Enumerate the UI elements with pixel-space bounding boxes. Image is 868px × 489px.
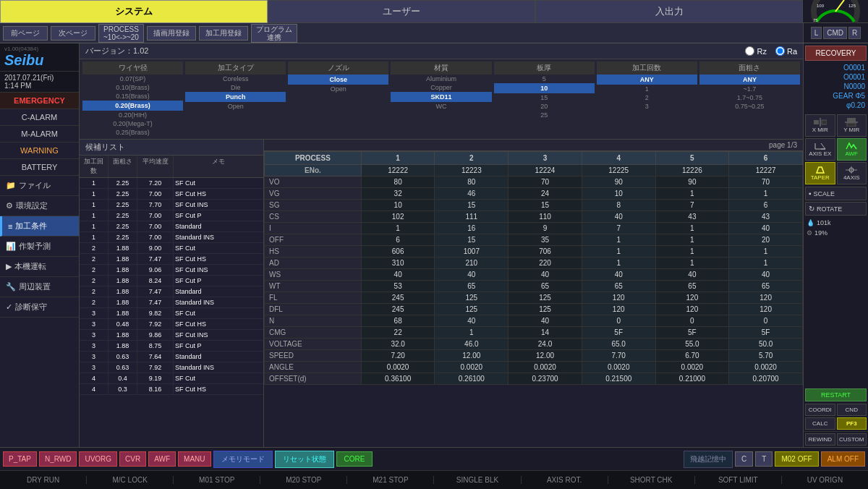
process-btn[interactable]: PROCESS ~10<->~20 [98, 24, 144, 43]
list-item[interactable]: 1 2.25 7.00 SF Cut P [80, 211, 263, 221]
list-item[interactable]: 4 0.4 9.19 SF Cut [80, 373, 263, 384]
scale-btn[interactable]: ▪ SCALE [805, 187, 867, 200]
uvorg-btn[interactable]: UVORG [79, 451, 117, 467]
filter-roughness-item-3[interactable]: 1.7~0.75 [699, 93, 800, 102]
filter-wire-item-4[interactable]: 0.20(Brass) [82, 101, 183, 111]
warning-btn[interactable]: WARNING [0, 143, 79, 159]
y-mir-btn[interactable]: Y MIR [837, 114, 867, 137]
awf-btn[interactable]: AWF [837, 138, 867, 161]
cvr-btn[interactable]: CVR [119, 451, 146, 467]
filter-type-item-3[interactable]: Punch [185, 92, 286, 102]
status-short-chk[interactable]: SHORT CHK [608, 476, 695, 484]
filter-thickness-item-3[interactable]: 15 [494, 93, 595, 102]
filter-roughness-item-4[interactable]: 0.75~0.25 [699, 102, 800, 111]
rotate-btn[interactable]: ↻ ROTATE [805, 202, 867, 216]
filter-type-item-2[interactable]: Die [185, 83, 286, 92]
custom-btn[interactable]: CUSTOM [837, 433, 867, 446]
list-item[interactable]: 4 0.3 8.16 SF Cut HS [80, 384, 263, 395]
rz-option[interactable]: Rz [745, 46, 766, 56]
list-item[interactable]: 3 1.88 9.86 SF Cut INS [80, 330, 263, 341]
filter-material-item-1[interactable]: Aluminium [391, 75, 491, 83]
list-item[interactable]: 2 1.88 9.06 SF Cut INS [80, 265, 263, 276]
manu-btn[interactable]: MANU [178, 451, 210, 467]
cmd-btn[interactable]: CMD [823, 27, 847, 39]
nav-diagnostics[interactable]: ✓ 診断保守 [0, 297, 79, 318]
filter-material-item-4[interactable]: WC [391, 102, 491, 111]
m02-off-btn[interactable]: M02 OFF [775, 451, 818, 467]
p-tap-btn[interactable]: P_TAP [3, 451, 37, 467]
filter-wire-item-2[interactable]: 0.10(Brass) [82, 83, 183, 92]
list-item[interactable]: 3 0.63 7.92 Standard INS [80, 362, 263, 373]
restart-btn[interactable]: RESTART [805, 388, 867, 401]
filter-count-item-1[interactable]: ANY [597, 75, 697, 85]
recovery-btn[interactable]: RECOVERY [805, 46, 867, 61]
filter-nozzle-item-2[interactable]: Open [288, 85, 388, 93]
skip-memory-btn[interactable]: 飛越記憶中 [684, 451, 733, 468]
filter-thickness-item-1[interactable]: 5 [494, 75, 595, 83]
filter-wire-item-1[interactable]: 0.07(SP) [82, 75, 183, 83]
filter-nozzle-item-1[interactable]: Close [288, 75, 388, 85]
status-m01-stop[interactable]: M01 STOP [174, 476, 260, 484]
filter-thickness-item-2[interactable]: 10 [494, 83, 595, 93]
prev-page-btn[interactable]: 前ページ [3, 26, 48, 41]
filter-count-item-2[interactable]: 1 [597, 85, 697, 93]
filter-thickness-item-4[interactable]: 20 [494, 102, 595, 111]
filter-count-item-3[interactable]: 2 [597, 93, 697, 102]
status-m21-stop[interactable]: M21 STOP [347, 476, 434, 484]
alm-off-btn[interactable]: ALM OFF [821, 451, 865, 467]
core-btn[interactable]: CORE [336, 451, 373, 467]
drawing-register-btn[interactable]: 描画用登録 [147, 26, 196, 41]
filter-thickness-item-5[interactable]: 25 [494, 111, 595, 119]
list-item[interactable]: 1 2.25 7.20 SF Cut [80, 178, 263, 189]
m-alarm-btn[interactable]: M-ALARM [0, 126, 79, 143]
tab-system[interactable]: システム [0, 0, 268, 23]
list-item[interactable]: 3 0.48 7.92 SF Cut HS [80, 319, 263, 330]
list-item[interactable]: 3 1.88 8.75 SF Cut P [80, 341, 263, 352]
nav-machining[interactable]: ≡ 加工条件 [0, 216, 79, 237]
status-soft-limit[interactable]: SOFT LIMIT [695, 476, 782, 484]
4axis-btn[interactable]: 4AXIS [837, 162, 867, 184]
l-btn[interactable]: L [811, 27, 822, 39]
nav-file[interactable]: 📁 ファイル [0, 176, 79, 196]
status-uv-orign[interactable]: UV ORIGN [782, 476, 868, 484]
emergency-btn[interactable]: EMERGENCY [0, 93, 79, 109]
list-item[interactable]: 3 1.88 9.82 SF Cut [80, 308, 263, 319]
x-mir-btn[interactable]: X MIR [805, 114, 835, 137]
filter-roughness-item-1[interactable]: ANY [699, 75, 800, 85]
filter-count-item-4[interactable]: 3 [597, 102, 697, 111]
ra-option[interactable]: Ra [775, 46, 797, 56]
nav-peripheral[interactable]: 🔧 周辺装置 [0, 277, 79, 297]
awf-bottom-btn[interactable]: AWF [148, 451, 176, 467]
filter-wire-item-7[interactable]: 0.25(Brass) [82, 128, 183, 137]
nav-prediction[interactable]: 📊 作製予測 [0, 237, 79, 257]
machining-register-btn[interactable]: 加工用登録 [199, 26, 248, 41]
t-btn[interactable]: T [755, 451, 773, 467]
program-link-btn[interactable]: プログラム 連携 [251, 24, 297, 43]
taper-btn[interactable]: TAPER [805, 162, 835, 184]
status-m20-stop[interactable]: M20 STOP [260, 476, 347, 484]
tab-user[interactable]: ユーザー [268, 0, 535, 23]
n-rwd-btn[interactable]: N_RWD [39, 451, 77, 467]
status-single-blk[interactable]: SINGLE BLK [434, 476, 521, 484]
list-item[interactable]: 2 1.88 7.47 Standard INS [80, 297, 263, 308]
list-item[interactable]: 3 0.63 7.64 Standard [80, 352, 263, 362]
c-btn[interactable]: C [735, 451, 753, 467]
filter-type-item-4[interactable]: Open [185, 102, 286, 111]
nav-settings[interactable]: ⚙ 環境設定 [0, 196, 79, 216]
list-item[interactable]: 2 1.88 7.47 SF Cut HS [80, 254, 263, 265]
filter-wire-item-6[interactable]: 0.20(Mega-T) [82, 119, 183, 128]
cnd-btn[interactable]: CND [837, 404, 867, 416]
filter-material-item-3[interactable]: SKD11 [391, 92, 491, 102]
axis-ex-btn[interactable]: AXIS EX [805, 138, 835, 161]
status-dry-run[interactable]: DRY RUN [0, 476, 87, 484]
list-item[interactable]: 2 1.88 8.24 SF Cut P [80, 276, 263, 286]
list-item[interactable]: 1 2.25 7.00 SF Cut HS [80, 189, 263, 200]
coordi-btn[interactable]: COORDI [805, 404, 835, 416]
tab-io[interactable]: 入出力 [535, 0, 803, 23]
battery-btn[interactable]: BATTERY [0, 159, 79, 176]
list-item[interactable]: 2 1.88 7.47 Standard [80, 286, 263, 297]
filter-wire-item-3[interactable]: 0.15(Brass) [82, 92, 183, 101]
nav-operation[interactable]: ▶ 本機運転 [0, 257, 79, 277]
list-item[interactable]: 1 2.25 7.00 Standard INS [80, 232, 263, 243]
status-mc-lock[interactable]: M/C LOCK [87, 476, 174, 484]
